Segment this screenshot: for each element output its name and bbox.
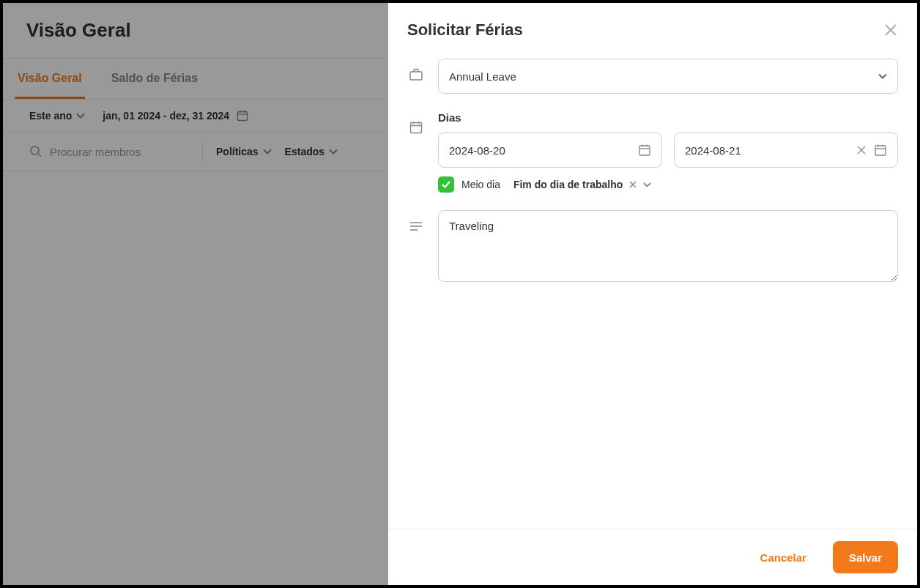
svg-rect-13 [639, 146, 650, 155]
request-leave-panel: Solicitar Férias Annual Leave Dias [388, 3, 917, 585]
policy-select[interactable]: Annual Leave [438, 59, 898, 94]
policy-selected-value: Annual Leave [449, 70, 516, 83]
panel-footer: Cancelar Salvar [388, 529, 917, 585]
start-date-value: 2024-08-20 [449, 144, 505, 157]
cancel-button[interactable]: Cancelar [744, 541, 823, 573]
notes-icon [407, 217, 425, 235]
check-icon [441, 179, 451, 190]
note-textarea[interactable] [438, 210, 898, 282]
close-button[interactable] [883, 23, 898, 37]
svg-rect-9 [411, 123, 422, 133]
end-date-input[interactable]: 2024-08-21 [674, 133, 898, 168]
calendar-icon [638, 144, 651, 157]
date-range-inputs: 2024-08-20 2024-08-21 [438, 133, 898, 168]
panel-header: Solicitar Férias [388, 3, 917, 51]
half-day-checkbox[interactable] [438, 176, 454, 193]
days-row: Dias 2024-08-20 2024-08-21 [407, 111, 898, 193]
save-button[interactable]: Salvar [833, 541, 898, 573]
svg-rect-8 [410, 72, 422, 80]
days-label: Dias [438, 111, 898, 124]
clear-icon[interactable] [628, 180, 637, 189]
half-day-timing-value: Fim do dia de trabalho [513, 179, 623, 190]
calendar-icon [874, 144, 887, 157]
panel-body: Annual Leave Dias 2024-08-20 [388, 51, 917, 529]
half-day-timing-select[interactable]: Fim do dia de trabalho [513, 179, 651, 190]
chevron-down-icon [878, 73, 887, 79]
briefcase-icon [407, 66, 425, 83]
svg-rect-19 [875, 146, 886, 155]
start-date-input[interactable]: 2024-08-20 [438, 133, 662, 168]
clear-icon[interactable] [856, 145, 867, 155]
end-date-value: 2024-08-21 [685, 144, 741, 157]
policy-row: Annual Leave [407, 59, 898, 94]
close-icon [883, 23, 898, 37]
panel-title: Solicitar Férias [407, 21, 523, 40]
chevron-down-icon [643, 182, 651, 187]
note-row [407, 210, 898, 282]
half-day-controls: Meio dia Fim do dia de trabalho [438, 176, 898, 193]
calendar-icon [407, 119, 425, 136]
half-day-label: Meio dia [461, 179, 500, 190]
